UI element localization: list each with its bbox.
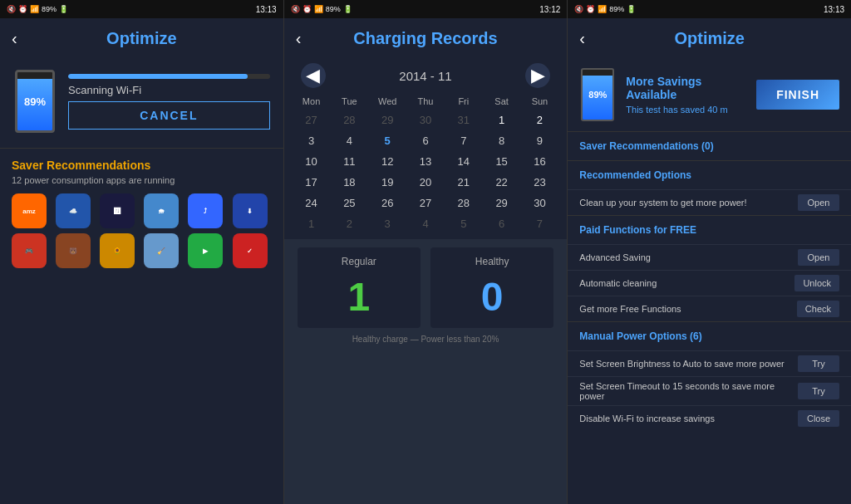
back-arrow-3[interactable]: ‹ <box>579 29 585 48</box>
cal-day-7next[interactable]: 7 <box>521 213 559 234</box>
app-icon-amazon[interactable]: amz <box>12 193 47 228</box>
stats-row: Regular 1 Healthy 0 <box>293 247 559 328</box>
cal-day-6next[interactable]: 6 <box>483 213 521 234</box>
cal-day-1next[interactable]: 1 <box>293 213 331 234</box>
cal-day-30prev[interactable]: 30 <box>406 110 445 130</box>
cal-day-18[interactable]: 18 <box>330 172 368 193</box>
manual-btn-2[interactable]: Close <box>798 410 839 427</box>
panel-optimize-right: ‹ Optimize 89% More Savings Available Th… <box>568 18 851 504</box>
panel3-header: ‹ Optimize <box>568 18 851 58</box>
app-icon-weather[interactable]: ☁️ <box>56 193 91 228</box>
cal-day-5[interactable]: 5 <box>368 130 406 151</box>
recommended-header: Recommended Options <box>568 160 851 189</box>
cal-week-1: 27 28 29 30 31 1 2 <box>293 110 559 130</box>
cal-day-31prev[interactable]: 31 <box>445 110 483 130</box>
cal-day-28[interactable]: 28 <box>445 193 483 213</box>
back-arrow-2[interactable]: ‹ <box>296 29 302 48</box>
status-icons-3: 🔇⏰📶89%🔋 <box>574 5 636 13</box>
panel2-header: ‹ Charging Records <box>284 18 568 58</box>
cal-day-24[interactable]: 24 <box>293 193 331 213</box>
app-icon-download[interactable]: ⬇ <box>233 193 268 228</box>
app-icon-share[interactable]: ⤴ <box>188 193 223 228</box>
cal-day-2[interactable]: 2 <box>521 110 559 130</box>
cal-day-15[interactable]: 15 <box>483 151 521 172</box>
prev-month-button[interactable]: ◀ <box>301 63 326 88</box>
cal-day-5next[interactable]: 5 <box>445 213 483 234</box>
cal-day-17[interactable]: 17 <box>293 172 331 193</box>
panel2-content: ◀ 2014 - 11 ▶ Mon Tue Wed Thu Fri Sat Su… <box>284 58 568 504</box>
cal-day-3next[interactable]: 3 <box>368 213 406 234</box>
battery-section-1: 89% Scanning Wi-Fi CANCEL <box>0 58 283 144</box>
cal-day-13[interactable]: 13 <box>406 151 445 172</box>
cal-day-29prev[interactable]: 29 <box>368 110 406 130</box>
time-3: 13:13 <box>824 5 844 14</box>
manual-btn-0[interactable]: Try <box>798 355 839 372</box>
cal-day-27[interactable]: 27 <box>406 193 445 213</box>
cal-day-12[interactable]: 12 <box>368 151 406 172</box>
status-bar-3: 🔇⏰📶89%🔋 13:13 <box>568 0 851 18</box>
cal-day-4next[interactable]: 4 <box>406 213 445 234</box>
charging-stats: Regular 1 Healthy 0 Healthy charge — Pow… <box>284 239 568 504</box>
cal-day-4[interactable]: 4 <box>330 130 368 151</box>
cal-day-1[interactable]: 1 <box>483 110 521 130</box>
cal-day-21[interactable]: 21 <box>445 172 483 193</box>
app-icon-nike[interactable]: ✓ <box>233 233 268 268</box>
cal-header-thu: Thu <box>406 93 445 110</box>
cal-day-27prev[interactable]: 27 <box>293 110 331 130</box>
time-1: 13:13 <box>256 5 277 14</box>
cal-day-14[interactable]: 14 <box>445 151 483 172</box>
app-icon-clean[interactable]: 🧹 <box>144 233 179 268</box>
cal-day-6[interactable]: 6 <box>406 130 445 151</box>
app-icon-app3[interactable]: 🌻 <box>100 233 135 268</box>
cal-day-2next[interactable]: 2 <box>330 213 368 234</box>
panel1-header: ‹ Optimize <box>0 18 283 58</box>
cal-day-3[interactable]: 3 <box>293 130 331 151</box>
paid-btn-2[interactable]: Check <box>797 301 839 317</box>
app-icon-n[interactable]: 🅽 <box>100 193 135 228</box>
manual-btn-1[interactable]: Try <box>798 383 839 399</box>
paid-label-2: Get more Free Functions <box>579 304 796 314</box>
cal-day-10[interactable]: 10 <box>293 151 331 172</box>
cal-day-23[interactable]: 23 <box>521 172 559 193</box>
manual-label-1: Set Screen Timeout to 15 seconds to save… <box>579 381 798 401</box>
next-month-button[interactable]: ▶ <box>525 63 550 88</box>
cal-week-3: 10 11 12 13 14 15 16 <box>293 151 559 172</box>
savings-sub: This test has saved 40 m <box>626 105 746 115</box>
cal-day-16[interactable]: 16 <box>521 151 559 172</box>
app-icon-game1[interactable]: 🎮 <box>12 233 47 268</box>
cal-header-sat: Sat <box>483 93 521 110</box>
unlock-button[interactable]: Unlock <box>794 275 839 291</box>
cal-day-9[interactable]: 9 <box>521 130 559 151</box>
cal-day-20[interactable]: 20 <box>406 172 445 193</box>
cal-day-7[interactable]: 7 <box>445 130 483 151</box>
divider-1 <box>0 148 283 149</box>
saver-subtitle-1: 12 power consumption apps are running <box>12 175 272 185</box>
app-icon-rain[interactable]: 🌧 <box>144 193 179 228</box>
stat-box-regular: Regular 1 <box>298 247 421 328</box>
cal-day-8[interactable]: 8 <box>483 130 521 151</box>
cal-week-6: 1 2 3 4 5 6 7 <box>293 213 559 234</box>
cal-day-28prev[interactable]: 28 <box>330 110 368 130</box>
cal-day-30[interactable]: 30 <box>521 193 559 213</box>
cancel-button[interactable]: CANCEL <box>68 101 270 130</box>
recommended-open-button[interactable]: Open <box>798 194 839 211</box>
cal-header-tue: Tue <box>330 93 368 110</box>
cal-day-22[interactable]: 22 <box>483 172 521 193</box>
cal-day-11[interactable]: 11 <box>330 151 368 172</box>
paid-option-0: Advanced Saving Open <box>568 244 851 270</box>
paid-btn-0[interactable]: Open <box>798 249 839 266</box>
manual-header: Manual Power Options (6) <box>568 321 851 350</box>
app-icon-game2[interactable]: 🐻 <box>56 233 91 268</box>
recommended-option-row: Clean up your system to get more power! … <box>568 189 851 215</box>
manual-title: Manual Power Options (6) <box>579 327 839 345</box>
back-arrow-1[interactable]: ‹ <box>12 29 17 48</box>
cal-day-25[interactable]: 25 <box>330 193 368 213</box>
scanning-text: Scanning Wi-Fi <box>68 84 270 96</box>
finish-button[interactable]: FINISH <box>756 80 839 110</box>
cal-day-26[interactable]: 26 <box>368 193 406 213</box>
cal-day-19[interactable]: 19 <box>368 172 406 193</box>
cal-day-29[interactable]: 29 <box>483 193 521 213</box>
time-2: 13:12 <box>539 5 560 14</box>
app-icon-app4[interactable]: ▶ <box>188 233 223 268</box>
stat-healthy-label: Healthy <box>439 256 545 267</box>
